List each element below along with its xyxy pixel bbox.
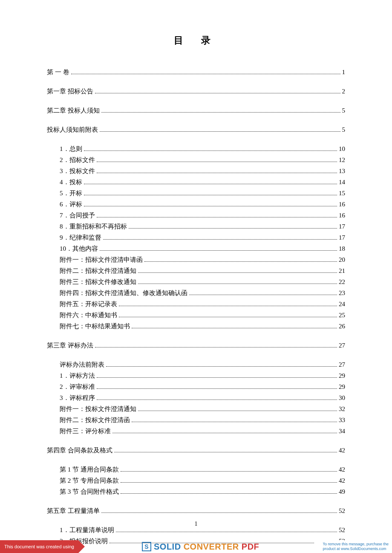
solid-logo-icon: S <box>142 542 151 551</box>
toc-entry: 评标办法前附表27 <box>47 361 345 369</box>
toc-entry: 附件二：招标文件澄清通知21 <box>47 267 345 275</box>
toc-page: 29 <box>339 383 345 391</box>
toc-leader-dots <box>84 184 337 184</box>
toc-label: 附件三：评分标准 <box>60 427 111 435</box>
brand-pdf: PDF <box>242 542 259 551</box>
toc-page: 30 <box>339 394 345 402</box>
footer-brand: S SOLID CONVERTER PDF <box>78 540 314 553</box>
toc-entry: 投标人须知前附表5 <box>47 126 345 134</box>
toc-leader-dots <box>138 272 337 273</box>
toc-entry: 附件五：开标记录表24 <box>47 300 345 308</box>
toc-leader-dots <box>112 433 337 433</box>
toc-entry: 第 1 节 通用合同条款42 <box>47 466 345 474</box>
toc-leader-dots <box>84 151 337 151</box>
toc-label: 附件七：中标结果通知书 <box>60 322 130 330</box>
toc-page: 24 <box>339 301 345 308</box>
toc-label: 第五章 工程量清单 <box>47 507 100 515</box>
footer-right-text: To remove this message, purchase the pro… <box>314 540 392 553</box>
toc-page: 10 <box>339 145 345 153</box>
toc-entry: 1．总则10 <box>47 145 345 153</box>
toc-entry: 3．投标文件13 <box>47 167 345 175</box>
toc-leader-dots <box>84 206 337 206</box>
page-title: 目 录 <box>47 34 345 47</box>
toc-entry: 第 3 节 合同附件格式49 <box>47 488 345 496</box>
toc-page: 16 <box>339 212 345 219</box>
toc-page: 18 <box>339 245 345 252</box>
toc-label: 1．总则 <box>60 145 82 153</box>
toc-label: 第三章 评标办法 <box>47 342 93 350</box>
toc-page: 42 <box>339 477 345 484</box>
toc-leader-dots <box>100 131 340 132</box>
toc-page: 26 <box>339 323 345 330</box>
toc-leader-dots <box>97 217 337 217</box>
toc-leader-dots <box>97 388 337 389</box>
toc-label: 7．合同授予 <box>60 211 95 220</box>
toc-label: 9．纪律和监督 <box>60 234 101 242</box>
toc-label: 附件二：投标文件澄清函 <box>60 416 130 424</box>
toc-label: 附件三：招标文件修改通知 <box>60 278 136 286</box>
toc-label: 评标办法前附表 <box>60 361 104 369</box>
toc-label: 第 3 节 合同附件格式 <box>60 488 119 496</box>
document-page: 目 录 第 一 卷1第一章 招标公告2第二章 投标人须知5投标人须知前附表51．… <box>0 0 392 545</box>
toc-entry: 附件四：招标文件澄清通知、修改通知确认函23 <box>47 289 345 297</box>
toc-leader-dots <box>103 239 337 240</box>
toc-leader-dots <box>101 512 337 513</box>
toc-leader-dots <box>121 482 337 483</box>
toc-leader-dots <box>119 306 337 306</box>
toc-label: 5．开标 <box>60 189 82 197</box>
toc-entry: 2．评审标准29 <box>47 383 345 391</box>
toc-page: 20 <box>339 256 345 263</box>
toc-leader-dots <box>116 532 337 532</box>
toc-label: 第四章 合同条款及格式 <box>47 446 112 455</box>
toc-label: 附件二：招标文件澄清通知 <box>60 267 136 275</box>
toc-entry: 第 一 卷1 <box>47 68 345 76</box>
toc-entry: 附件一：投标文件澄清通知32 <box>47 405 345 413</box>
toc-label: 投标人须知前附表 <box>47 126 98 134</box>
toc-leader-dots <box>132 422 337 422</box>
toc-entry: 1．评标方法29 <box>47 372 345 380</box>
toc-page: 29 <box>339 372 345 379</box>
toc-entry: 附件三：评分标准34 <box>47 427 345 435</box>
page-number: 1 <box>0 521 392 527</box>
toc-entry: 第一章 招标公告2 <box>47 87 345 96</box>
toc-leader-dots <box>97 400 337 400</box>
toc-leader-dots <box>129 228 337 229</box>
toc-label: 附件一：投标文件澄清通知 <box>60 405 136 413</box>
toc-page: 32 <box>339 405 345 413</box>
toc-label: 1．评标方法 <box>60 372 95 380</box>
toc-label: 第 一 卷 <box>47 68 69 76</box>
toc-leader-dots <box>97 162 337 162</box>
toc-leader-dots <box>114 452 337 452</box>
toc-label: 附件四：招标文件澄清通知、修改通知确认函 <box>60 289 187 297</box>
toc-page: 25 <box>339 312 345 319</box>
toc-label: 4．投标 <box>60 178 82 186</box>
toc-entry: 第五章 工程量清单52 <box>47 507 345 515</box>
toc-leader-dots <box>95 347 337 347</box>
toc-label: 6．评标 <box>60 200 82 208</box>
toc-page: 17 <box>339 234 345 241</box>
toc-label: 2．招标文件 <box>60 156 95 164</box>
toc-page: 27 <box>339 361 345 368</box>
toc-label: 3．投标文件 <box>60 167 95 175</box>
brand-solid: SOLID <box>154 542 181 551</box>
toc-page: 22 <box>339 278 345 286</box>
toc-leader-dots <box>97 173 337 173</box>
footer-left-text: This document was created using <box>0 540 78 553</box>
toc-label: 附件一：招标文件澄清申请函 <box>60 256 143 264</box>
toc-page: 42 <box>339 447 345 454</box>
toc-leader-dots <box>138 411 337 411</box>
toc-entry: 第 2 节 专用合同条款42 <box>47 477 345 485</box>
toc-page: 17 <box>339 223 345 230</box>
footer-right-line1: To remove this message, purchase the <box>323 542 389 547</box>
toc-entry: 2．招标文件12 <box>47 156 345 164</box>
toc-page: 12 <box>339 156 345 164</box>
toc-page: 1 <box>342 69 346 76</box>
footer-banner: This document was created using S SOLID … <box>0 540 392 553</box>
toc-page: 27 <box>339 342 345 349</box>
toc-label: 附件六：中标通知书 <box>60 311 117 319</box>
toc-leader-dots <box>106 366 337 367</box>
toc-page: 52 <box>339 507 345 515</box>
toc-leader-dots <box>97 377 337 378</box>
toc-leader-dots <box>119 317 337 317</box>
toc-page: 49 <box>339 488 345 495</box>
